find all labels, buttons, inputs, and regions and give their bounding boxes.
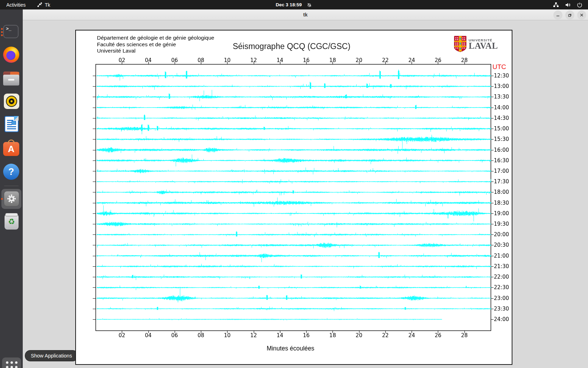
show-applications-tooltip: Show Applications — [25, 350, 78, 361]
x-tick-label: 14 — [274, 332, 286, 339]
running-indicator-dot — [1, 34, 3, 36]
clock-button[interactable]: Dec 3 18:59 — [276, 0, 312, 9]
tk-icon — [37, 2, 42, 7]
utc-time-label: 18:30 — [494, 200, 510, 206]
files-icon — [3, 71, 19, 86]
dock-divider — [4, 186, 19, 186]
ubuntu-software-icon: A — [3, 142, 19, 156]
rhythmbox-icon — [4, 94, 19, 109]
utc-time-label: 14:30 — [494, 115, 510, 121]
utc-time-label: 15:30 — [494, 136, 510, 142]
utc-time-label: 19:30 — [494, 221, 510, 227]
x-tick-label: 08 — [195, 332, 207, 339]
dock-item-settings[interactable] — [3, 190, 20, 207]
dock-item-files[interactable] — [3, 70, 20, 87]
ubuntu-dock: >_ A — [0, 9, 23, 368]
utc-time-label: 22:00 — [494, 274, 510, 280]
dock-item-libreoffice-writer[interactable] — [3, 116, 20, 133]
utc-time-label: 23:30 — [494, 306, 510, 312]
x-axis-label: Minutes écoulées — [267, 345, 314, 352]
maximize-button[interactable] — [565, 11, 574, 20]
gnome-top-bar: Activities Tk Dec 3 18:59 — [0, 0, 588, 9]
trash-icon: ♻ — [5, 214, 19, 230]
x-tick-label: 14 — [274, 57, 286, 63]
x-tick-label: 20 — [353, 332, 365, 339]
x-tick-label: 18 — [327, 332, 338, 339]
activities-label: Activities — [6, 2, 26, 8]
desktop: Activities Tk Dec 3 18:59 — [0, 0, 588, 368]
activities-button[interactable]: Activities — [6, 0, 26, 9]
bell-muted-icon — [307, 2, 312, 8]
x-tick-label: 24 — [406, 332, 418, 339]
dock-item-ubuntu-software[interactable]: A — [3, 140, 20, 157]
x-tick-label: 22 — [379, 332, 391, 339]
gear-icon — [4, 191, 19, 206]
close-button[interactable] — [577, 11, 586, 20]
utc-time-label: 16:30 — [494, 157, 510, 164]
utc-time-label: 19:00 — [494, 210, 510, 217]
x-tick-label: 12 — [248, 332, 260, 339]
apps-grid-icon — [6, 361, 18, 368]
institution-line1: Département de géologie et de génie géol… — [97, 35, 214, 41]
x-tick-label: 22 — [379, 57, 391, 63]
utc-time-label: 24:00 — [494, 316, 510, 322]
x-tick-label: 26 — [432, 332, 444, 339]
show-applications-button[interactable] — [2, 357, 21, 368]
x-tick-label: 06 — [169, 332, 181, 339]
x-tick-label: 28 — [458, 57, 470, 63]
x-tick-label: 10 — [221, 57, 233, 63]
universite-laval-logo: UNIVERSITÉ LAVAL — [454, 36, 498, 52]
x-tick-label: 04 — [142, 57, 154, 63]
utc-time-label: 16:00 — [494, 147, 510, 153]
x-tick-label: 08 — [195, 57, 207, 63]
x-tick-label: 06 — [169, 57, 181, 63]
utc-time-label: 18:00 — [494, 189, 510, 195]
tooltip-label: Show Applications — [31, 353, 72, 359]
utc-time-label: 20:30 — [494, 242, 510, 248]
utc-time-label: 21:30 — [494, 263, 510, 270]
app-menu-button[interactable]: Tk — [37, 0, 50, 9]
dock-item-help[interactable]: ? — [3, 164, 20, 180]
seismograph-canvas — [75, 30, 512, 365]
dock-item-firefox[interactable] — [3, 47, 20, 63]
x-tick-label: 18 — [327, 57, 338, 63]
x-tick-label: 26 — [432, 57, 444, 63]
x-tick-label: 28 — [458, 332, 470, 339]
x-tick-label: 16 — [300, 332, 312, 339]
network-icon[interactable] — [553, 2, 559, 8]
laval-wordmark: UNIVERSITÉ LAVAL — [469, 38, 498, 50]
utc-time-label: 17:30 — [494, 178, 510, 185]
utc-time-label: 21:00 — [494, 253, 510, 259]
running-indicator-dot — [1, 28, 3, 30]
help-icon: ? — [3, 164, 19, 180]
window-title-bar[interactable]: tk — [23, 9, 588, 20]
x-tick-label: 16 — [300, 57, 312, 63]
x-tick-label: 12 — [248, 57, 260, 63]
utc-time-label: 15:00 — [494, 125, 510, 132]
utc-time-label: 12:30 — [494, 73, 510, 79]
institution-line2: Faculté des sciences et de génie — [97, 41, 214, 48]
minimize-button[interactable] — [553, 11, 562, 20]
running-indicator-dot — [1, 198, 3, 200]
utc-time-label: 14:00 — [494, 104, 510, 111]
running-indicator-dot — [1, 31, 3, 33]
volume-icon[interactable] — [565, 2, 571, 8]
utc-time-label: 20:00 — [494, 231, 510, 238]
institution-line3: Université Laval — [97, 48, 214, 54]
utc-time-label: 17:00 — [494, 168, 510, 174]
x-tick-label: 04 — [142, 332, 154, 339]
window-title: tk — [23, 9, 588, 20]
laval-shield-icon — [454, 36, 467, 52]
utc-label: UTC — [492, 63, 506, 71]
dock-item-terminal[interactable]: >_ — [3, 23, 20, 40]
x-tick-label: 24 — [406, 57, 418, 63]
x-tick-label: 10 — [221, 332, 233, 339]
utc-time-label: 13:00 — [494, 83, 510, 89]
utc-time-label: 13:30 — [494, 94, 510, 100]
plot-title: Séismographe QCQ (CGC/GSC) — [233, 42, 350, 51]
dock-item-rhythmbox[interactable] — [3, 93, 20, 110]
dock-item-trash[interactable]: ♻ — [3, 214, 20, 231]
power-icon[interactable] — [577, 2, 582, 8]
clock-label: Dec 3 18:59 — [276, 2, 302, 7]
terminal-icon: >_ — [3, 25, 19, 38]
